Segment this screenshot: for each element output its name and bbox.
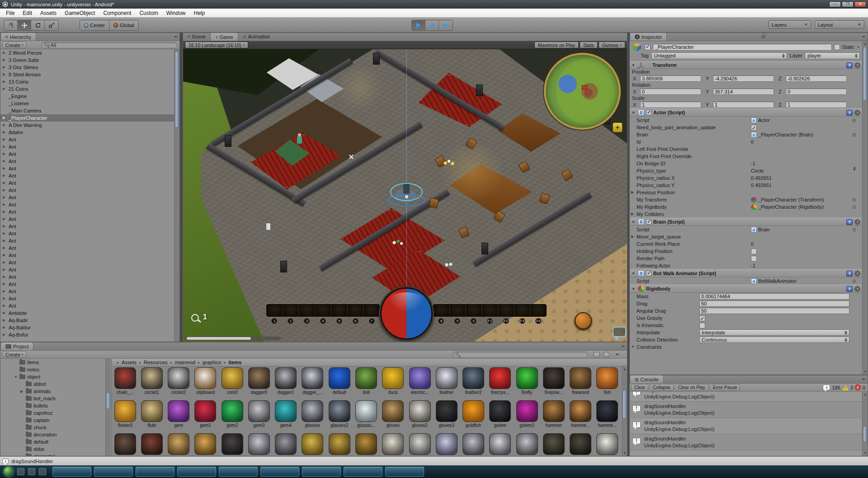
component-enabled-checkbox[interactable] <box>646 219 651 225</box>
expand-arrow-icon[interactable]: ▼ <box>14 374 18 381</box>
hierarchy-item[interactable]: ▶ 21 Coins <box>0 85 174 93</box>
expand-arrow-icon[interactable]: ▶ <box>3 78 5 85</box>
position-x-field[interactable] <box>640 75 701 82</box>
asset-item[interactable]: gloves3 <box>433 400 460 433</box>
hotbar-slot[interactable] <box>434 305 450 316</box>
asset-item[interactable]: hat0_2 <box>138 433 165 456</box>
expand-arrow-icon[interactable]: ▶ <box>3 56 5 64</box>
hierarchy-item[interactable]: ▶ Ant <box>0 223 174 230</box>
console-toolbar-button[interactable]: Error Pause <box>710 384 740 391</box>
gear-icon[interactable] <box>855 271 860 276</box>
hierarchy-item[interactable]: ▶ Aq-Baldur <box>0 324 174 331</box>
console-toolbar-button[interactable]: Clear <box>631 384 648 391</box>
expand-arrow-icon[interactable]: ▶ <box>3 216 5 223</box>
minimize-button[interactable]: — <box>829 1 841 7</box>
asset-item[interactable]: hat3bird <box>380 433 406 456</box>
asset-item[interactable]: doll <box>353 367 379 400</box>
rotation-y-field[interactable] <box>713 89 774 95</box>
layout-dropdown[interactable]: Layout▼ <box>815 20 864 29</box>
start-button[interactable] <box>4 467 14 477</box>
console-toolbar-button[interactable]: Collapse <box>650 384 674 391</box>
asset-item[interactable]: golem <box>487 400 514 433</box>
asset-item[interactable]: firefly <box>514 367 540 400</box>
asset-item[interactable]: clipboard <box>192 367 219 400</box>
asset-item[interactable]: gem4 <box>273 400 299 433</box>
stepper-icon[interactable] <box>853 167 856 171</box>
object-picker-icon[interactable]: ⊙ <box>852 131 856 138</box>
expand-arrow-icon[interactable]: ▶ <box>3 259 5 266</box>
expand-arrow-icon[interactable]: ▶ <box>3 295 5 302</box>
tree-folder-row[interactable]: chuck <box>0 424 111 431</box>
taskbar-app-button[interactable] <box>260 467 299 477</box>
inspector-scrollbar[interactable]: ▲ ▼ <box>862 41 868 375</box>
warning-count-icon[interactable]: ! <box>842 385 849 390</box>
hierarchy-item[interactable]: ▶ Ant <box>0 136 174 143</box>
asset-item[interactable]: hat4_1 <box>487 433 514 456</box>
maximize-button[interactable]: ❐ <box>842 1 854 7</box>
console-tab[interactable]: ▤Console <box>630 375 664 383</box>
tree-folder-row[interactable]: ▼ object <box>0 373 111 380</box>
asset-item[interactable]: flower0 <box>112 400 138 433</box>
hierarchy-item[interactable]: ▶ A Dire Warning <box>0 122 174 129</box>
menu-item[interactable]: Window <box>162 9 190 17</box>
asset-item[interactable]: hat1 <box>165 433 192 456</box>
active-checkbox[interactable] <box>645 44 651 50</box>
scale-z-field[interactable] <box>786 102 847 108</box>
scale-tool-button[interactable] <box>45 20 58 30</box>
hierarchy-item[interactable]: ▶ Aq-Bofur <box>0 331 174 338</box>
expand-arrow-icon[interactable]: ▶ <box>3 179 5 187</box>
tree-folder-row[interactable]: capnfroz <box>0 409 111 417</box>
object-picker-icon[interactable]: ⊙ <box>852 226 856 233</box>
console-toolbar-button[interactable]: Clear on Play <box>675 384 708 391</box>
taskbar-app-button[interactable] <box>344 467 382 477</box>
asset-item[interactable]: hat3bir... <box>433 433 460 456</box>
hotbar-left[interactable] <box>266 304 380 317</box>
asset-item[interactable]: gem3 <box>245 400 272 433</box>
hierarchy-item[interactable]: ▶ 2 Wood Pieces <box>0 49 174 56</box>
hierarchy-item[interactable]: ▶ 13 Coins <box>0 78 174 85</box>
menu-item[interactable]: File <box>2 9 19 17</box>
hud-action-button[interactable] <box>575 312 592 329</box>
asset-item[interactable]: dagger0 <box>245 367 272 400</box>
hotbar-slot[interactable] <box>267 305 283 316</box>
console-log-entry[interactable]: ! dragSoundHandler UnityEngine.Debug:Log… <box>630 402 862 418</box>
layer-dropdown[interactable]: player <box>805 52 860 59</box>
expand-arrow-icon[interactable]: ▶ <box>3 187 5 194</box>
console-log-entry[interactable]: ! dragSoundHandler UnityEngine.Debug:Log… <box>630 434 862 450</box>
hotbar-right[interactable] <box>433 304 547 317</box>
tree-folder-row[interactable]: default <box>0 438 111 445</box>
expand-arrow-icon[interactable]: ▶ <box>3 165 5 172</box>
property-checkbox[interactable] <box>751 125 757 131</box>
asset-item[interactable]: coin0 <box>219 367 245 400</box>
property-dropdown[interactable]: Interpolate <box>699 329 849 336</box>
asset-item[interactable]: circlet2 <box>165 367 192 400</box>
property-checkbox[interactable] <box>699 323 705 328</box>
minimap[interactable] <box>544 53 621 130</box>
hierarchy-item[interactable]: ▶ Ant <box>0 194 174 201</box>
pivot-center-button[interactable]: Center <box>80 20 109 30</box>
expand-arrow-icon[interactable]: ▶ <box>3 273 5 281</box>
project-search-input[interactable] <box>453 351 588 358</box>
pause-button[interactable] <box>425 20 439 30</box>
hierarchy-item[interactable]: ▶ Aq-Badir <box>0 317 174 324</box>
position-z-field[interactable] <box>786 75 847 82</box>
rotation-z-field[interactable] <box>786 89 847 95</box>
hierarchy-item[interactable]: _Engine <box>0 93 174 100</box>
hierarchy-item[interactable]: ▶ 3 Ooz Slimes <box>0 64 174 71</box>
filter-label-icon[interactable] <box>604 352 610 357</box>
expand-arrow-icon[interactable]: ▶ <box>3 64 5 71</box>
expand-arrow-icon[interactable]: ▶ <box>3 208 5 216</box>
foldout-arrow-icon[interactable] <box>631 233 634 240</box>
aspect-dropdown[interactable]: 16:10 Landscape (16:10)▾ <box>185 42 248 48</box>
project-tab[interactable]: Project <box>0 342 33 350</box>
asset-item[interactable]: firewood <box>567 367 594 400</box>
tree-folder-row[interactable]: decoration <box>0 431 111 438</box>
position-y-field[interactable] <box>713 75 774 82</box>
project-create-button[interactable]: Create▾ <box>2 351 27 358</box>
menu-item[interactable]: Edit <box>19 9 36 17</box>
asset-item[interactable]: glasstu... <box>353 400 379 433</box>
breadcrumb-item[interactable]: Resources <box>137 360 168 365</box>
expand-arrow-icon[interactable]: ▶ <box>3 114 5 122</box>
hierarchy-item[interactable]: ▶ Ant <box>0 266 174 273</box>
panel-menu-icon[interactable]: ▾≡ <box>172 35 179 39</box>
